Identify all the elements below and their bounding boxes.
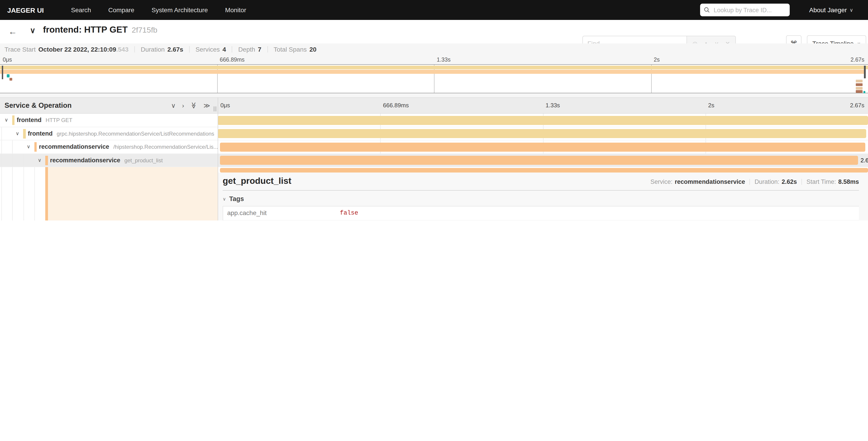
summary-label: Services <box>195 46 220 53</box>
minimap-left-drag-handle[interactable] <box>2 66 3 79</box>
span-row[interactable]: ∨frontendgrpc.hipstershop.Recommendation… <box>0 127 868 140</box>
span-color-bar <box>45 155 48 165</box>
chevron-down-icon: ∨ <box>223 196 226 201</box>
minimap-span-bar <box>856 83 863 86</box>
indent-guide <box>1 154 2 167</box>
summary-value: 2.67s <box>167 46 183 53</box>
start-time-label: Start Time: <box>806 178 836 185</box>
trace-summary-bar: Trace StartOctober 22 2022, 22:10:09.543… <box>0 43 868 55</box>
chevron-down-icon[interactable]: ∨ <box>27 144 30 150</box>
timeline-tick-label: 2.67s <box>850 57 864 63</box>
selected-span-bar[interactable] <box>220 168 868 172</box>
expand-one-icon[interactable]: › <box>182 102 184 109</box>
duration-value: 2.62s <box>781 178 797 185</box>
span-service-name: frontendHTTP GET <box>17 117 72 124</box>
minimap-span-bar <box>9 78 12 81</box>
jaeger-trace-page: JAEGER UI SearchCompareSystem Architectu… <box>0 0 868 220</box>
minimap-right-drag-handle[interactable] <box>864 66 866 78</box>
collapse-all-icon[interactable]: ≫ <box>190 102 197 109</box>
span-meta: Service: recommendationservice Duration:… <box>651 178 859 185</box>
span-duration-bar[interactable] <box>220 142 865 151</box>
span-duration-bar[interactable] <box>220 156 858 165</box>
back-arrow-button[interactable]: ← <box>6 25 19 38</box>
span-tree-cell[interactable]: ∨recommendationservice/hipstershop.Recom… <box>0 140 218 153</box>
span-timeline-cell[interactable]: 2.62s <box>218 154 868 167</box>
span-operation-title: get_product_list <box>223 176 291 186</box>
chevron-down-icon[interactable]: ∨ <box>38 157 41 163</box>
tags-table: app.cache_hitfalseapp.filtered_products.… <box>223 206 859 220</box>
span-row[interactable]: ∨recommendationserviceget_product_list2.… <box>0 154 868 167</box>
nav-menu: SearchCompareSystem ArchitectureMonitor <box>71 6 246 13</box>
minimap-span-bar <box>856 80 863 82</box>
tag-row[interactable]: app.cache_hitfalse <box>223 206 859 220</box>
minimap-canvas[interactable] <box>0 64 868 93</box>
chevron-down-icon[interactable]: ∨ <box>4 117 8 123</box>
nav-item-system-architecture[interactable]: System Architecture <box>152 6 208 13</box>
start-time-value: 8.58ms <box>838 178 859 185</box>
span-duration-label: 2.62s <box>861 157 868 164</box>
service-operation-header: Service & Operation <box>4 101 71 110</box>
column-divider[interactable] <box>218 97 218 220</box>
span-detail-left-gutter <box>0 167 218 220</box>
span-operation-name: /hipstershop.RecommendationService/Lis..… <box>113 144 218 150</box>
span-duration-bar[interactable] <box>218 129 866 138</box>
nav-item-monitor[interactable]: Monitor <box>225 6 246 13</box>
service-value: recommendationservice <box>675 178 745 185</box>
summary-depth: Depth7 <box>238 46 261 53</box>
timeline-header: Service & Operation ∨ › ≫ ≫ 0μs666.89ms1… <box>0 97 868 114</box>
span-tree-cell[interactable]: ∨frontendgrpc.hipstershop.Recommendation… <box>0 127 218 140</box>
span-row[interactable]: ∨recommendationservice/hipstershop.Recom… <box>0 140 868 154</box>
about-jaeger-menu[interactable]: About Jaeger ∨ <box>809 0 853 20</box>
timeline-tick-label: 1.33s <box>437 57 451 63</box>
trace-lookup-box[interactable] <box>700 4 790 16</box>
timeline-tick-label: 2s <box>708 102 714 109</box>
span-timeline-cell[interactable] <box>218 140 868 153</box>
duration-label: Duration: <box>755 178 779 185</box>
timeline-tick-label: 2.67s <box>850 102 864 109</box>
span-color-bar <box>23 129 26 138</box>
span-detail-row: get_product_list Service: recommendation… <box>0 167 868 220</box>
nav-item-compare[interactable]: Compare <box>108 6 134 13</box>
span-detail-highlight <box>48 167 218 220</box>
tags-section-toggle[interactable]: ∨ Tags <box>223 195 859 202</box>
summary-total-spans: Total Spans20 <box>274 46 316 53</box>
expand-all-icon[interactable]: ≫ <box>204 102 210 109</box>
minimap-span-bar <box>856 90 863 93</box>
trace-id-short: 2f715fb <box>132 26 157 34</box>
trace-minimap: 0μs666.89ms1.33s2s2.67s <box>0 55 868 97</box>
minimap-span-bar <box>7 74 10 78</box>
minimap-span-bar <box>856 87 863 90</box>
trace-lookup-input[interactable] <box>713 6 786 14</box>
tag-row[interactable]: app.filtered_products.count8 <box>223 220 859 220</box>
span-tree-cell[interactable]: ∨recommendationserviceget_product_list <box>0 154 218 167</box>
span-timeline-cell[interactable] <box>218 127 868 140</box>
span-service-name: recommendationserviceget_product_list <box>50 157 163 164</box>
timeline-tick-labels: 0μs666.89ms1.33s2s2.67s <box>218 98 868 113</box>
service-label: Service: <box>651 178 673 185</box>
summary-label: Depth <box>238 46 255 53</box>
summary-value: 20 <box>310 46 316 53</box>
chevron-down-icon: ∨ <box>850 7 853 13</box>
span-timeline-cell[interactable] <box>218 114 868 126</box>
summary-divider <box>232 46 232 53</box>
span-duration-bar[interactable] <box>218 116 868 125</box>
collapse-one-icon[interactable]: ∨ <box>171 102 176 109</box>
span-tree-cell[interactable]: ∨frontendHTTP GET <box>0 114 218 126</box>
tag-value: false <box>340 206 358 217</box>
timeline-tick-label: 2s <box>654 57 660 63</box>
span-operation-name: grpc.hipstershop.RecommendationService/L… <box>57 130 214 137</box>
summary-label: Total Spans <box>274 46 307 53</box>
minimap-span-bar <box>0 70 865 74</box>
tag-value: 8 <box>340 220 343 220</box>
column-resizer-grip[interactable] <box>214 107 216 111</box>
span-rows: ∨frontendHTTP GET∨frontendgrpc.hipstersh… <box>0 114 868 220</box>
app-logo[interactable]: JAEGER UI <box>7 6 44 14</box>
indent-guide <box>23 154 24 167</box>
chevron-down-icon[interactable]: ∨ <box>16 130 19 137</box>
collapse-trace-chevron-icon[interactable]: ∨ <box>30 26 35 35</box>
search-icon <box>704 7 710 13</box>
summary-duration: Duration2.67s <box>141 46 183 53</box>
nav-item-search[interactable]: Search <box>71 6 91 13</box>
span-row[interactable]: ∨frontendHTTP GET <box>0 114 868 127</box>
summary-services: Services4 <box>195 46 226 53</box>
